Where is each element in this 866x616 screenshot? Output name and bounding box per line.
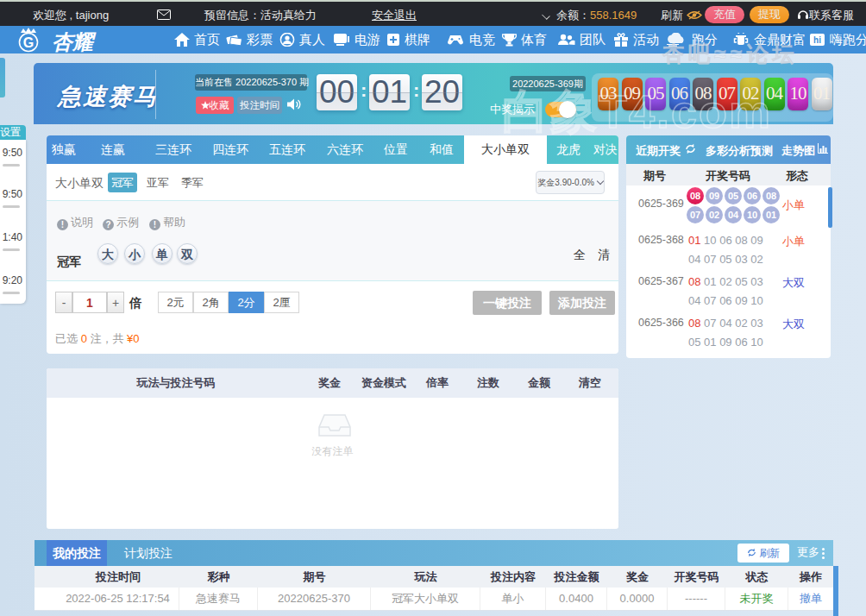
svg-text:hi: hi [813, 35, 821, 45]
svg-text:G: G [23, 35, 34, 50]
